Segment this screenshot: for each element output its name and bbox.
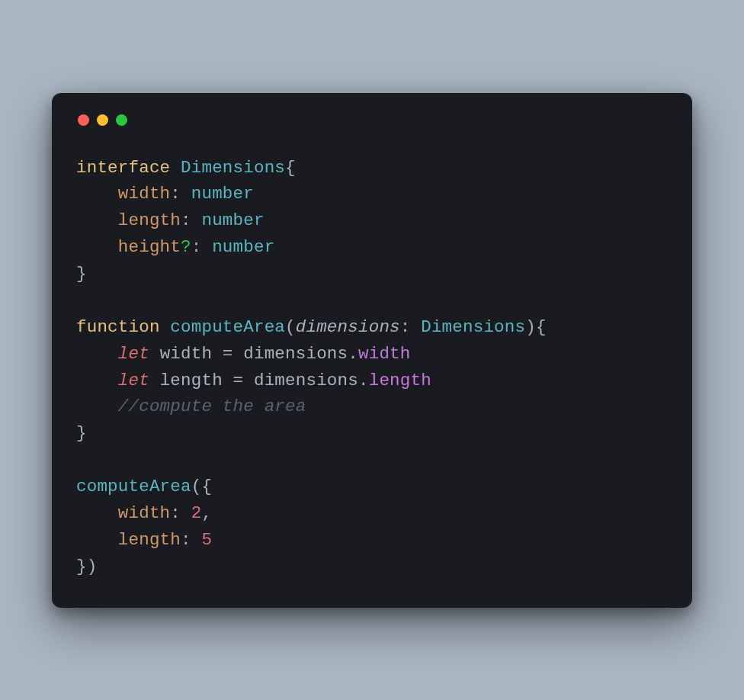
- equals: =: [223, 371, 254, 390]
- prop-width: width: [358, 344, 411, 364]
- space: [160, 317, 171, 337]
- type-number: number: [191, 184, 254, 204]
- open-paren: (: [191, 477, 202, 496]
- var-width: width: [160, 344, 213, 364]
- traffic-lights: [78, 114, 668, 126]
- optional-marker: ?: [181, 237, 191, 257]
- type-number: number: [212, 237, 274, 257]
- open-paren: (: [285, 317, 296, 337]
- open-brace: {: [536, 317, 547, 337]
- close-icon[interactable]: [78, 114, 89, 126]
- keyword-interface: interface: [76, 158, 170, 178]
- call-computeArea: computeArea: [76, 477, 191, 496]
- code-window: interface Dimensions{ width: number leng…: [52, 93, 692, 608]
- space: [149, 344, 160, 364]
- var-length: length: [160, 371, 223, 390]
- keyword-let: let: [118, 344, 149, 364]
- dot: .: [358, 371, 369, 390]
- close-brace: }: [76, 557, 87, 576]
- minimize-icon[interactable]: [97, 114, 108, 126]
- colon: :: [181, 530, 201, 550]
- arg-width: width: [118, 503, 171, 523]
- space: [149, 371, 160, 390]
- close-paren: ): [87, 557, 98, 576]
- colon: :: [400, 317, 421, 337]
- colon: :: [170, 503, 191, 523]
- close-brace: }: [76, 264, 87, 284]
- param-type: Dimensions: [421, 317, 525, 337]
- type-name: Dimensions: [181, 158, 285, 178]
- prop-length: length: [369, 371, 431, 390]
- keyword-function: function: [76, 317, 160, 337]
- dot: .: [348, 344, 358, 364]
- open-brace: {: [285, 158, 296, 178]
- comma: ,: [201, 503, 212, 523]
- colon: :: [170, 184, 191, 204]
- arg-length: length: [118, 530, 181, 550]
- type-number: number: [201, 210, 264, 230]
- ref-dimensions: dimensions: [254, 371, 358, 390]
- close-paren: ): [525, 317, 536, 337]
- keyword-let: let: [118, 371, 149, 390]
- param-dimensions: dimensions: [296, 317, 400, 337]
- function-name: computeArea: [170, 317, 285, 337]
- code-block: interface Dimensions{ width: number leng…: [76, 155, 668, 580]
- close-brace: }: [76, 423, 87, 443]
- colon: :: [181, 210, 201, 230]
- space: [170, 158, 181, 178]
- field-height: height: [118, 237, 181, 257]
- equals: =: [212, 344, 243, 364]
- ref-dimensions: dimensions: [243, 344, 348, 364]
- open-brace: {: [201, 477, 212, 496]
- field-width: width: [118, 184, 171, 204]
- maximize-icon[interactable]: [116, 114, 127, 126]
- num-two: 2: [191, 503, 202, 523]
- num-five: 5: [201, 530, 212, 550]
- field-length: length: [118, 210, 181, 230]
- colon: :: [191, 237, 212, 257]
- comment-line: //compute the area: [118, 397, 306, 416]
